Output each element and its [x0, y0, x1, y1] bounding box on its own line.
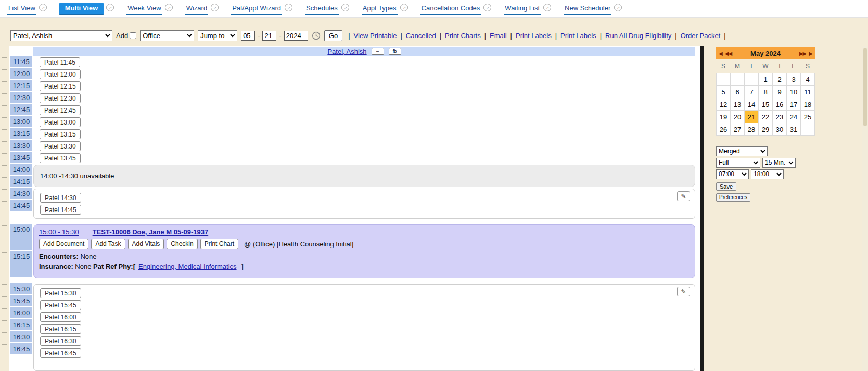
time-cell-14-45[interactable]: 14:45: [10, 200, 32, 211]
time-cell-15-15[interactable]: 15:15: [10, 251, 32, 277]
appt-action-add-task[interactable]: Add Task: [91, 239, 125, 249]
day-cell-10[interactable]: 10: [787, 85, 801, 98]
row-handle[interactable]: [2, 129, 7, 130]
row-handle[interactable]: [2, 252, 7, 253]
row-handle[interactable]: [2, 141, 7, 142]
toolbar-link-cancelled[interactable]: Cancelled: [406, 32, 436, 40]
appt-action-add-document[interactable]: Add Document: [39, 239, 88, 249]
edit-slot-button[interactable]: ✎: [677, 287, 690, 296]
view-mode-select[interactable]: Merged: [716, 146, 768, 156]
slot-button[interactable]: Patel 12:45: [40, 105, 81, 115]
time-cell-12-30[interactable]: 12:30: [10, 92, 32, 103]
day-cell-8[interactable]: 8: [759, 85, 773, 98]
tab-label-appt-types[interactable]: Appt Types: [362, 3, 398, 15]
slot-button[interactable]: Patel 16:15: [40, 324, 81, 334]
row-handle[interactable]: [2, 153, 7, 154]
day-cell-21[interactable]: 21: [745, 110, 759, 123]
appt-action-print-chart[interactable]: Print Chart: [200, 239, 238, 249]
interval-select[interactable]: 15 Min.: [762, 158, 796, 168]
row-handle[interactable]: [2, 165, 7, 166]
date-year-input[interactable]: [284, 31, 308, 41]
calendar-picker-clock-icon[interactable]: [312, 31, 321, 40]
day-cell-22[interactable]: 22: [759, 110, 773, 123]
slot-button[interactable]: Patel 15:45: [40, 300, 81, 310]
end-time-select[interactable]: 18:00: [751, 169, 784, 179]
slot-button[interactable]: Patel 13:30: [40, 141, 81, 151]
toolbar-link-run-all-drug-eligibility[interactable]: Run All Drug Eligibility: [605, 32, 671, 40]
slot-button[interactable]: Patel 14:30: [40, 193, 81, 203]
jump-to-select[interactable]: Jump to: [198, 30, 237, 41]
time-cell-12-15[interactable]: 12:15: [10, 80, 32, 91]
time-cell-14-15[interactable]: 14:15: [10, 176, 32, 187]
row-handle[interactable]: [2, 284, 7, 285]
start-time-select[interactable]: 07:00: [716, 169, 749, 179]
row-handle[interactable]: [2, 189, 7, 190]
preferences-button[interactable]: Preferences: [716, 193, 750, 202]
tab-popup-icon[interactable]: →: [285, 4, 292, 11]
row-handle[interactable]: [2, 332, 7, 333]
date-day-input[interactable]: [262, 31, 276, 41]
day-cell-16[interactable]: 16: [773, 98, 787, 110]
tab-popup-icon[interactable]: →: [211, 4, 219, 11]
row-handle[interactable]: [2, 320, 7, 321]
date-month-input[interactable]: [241, 31, 255, 41]
row-handle[interactable]: [2, 117, 7, 118]
day-cell-12[interactable]: 12: [717, 98, 731, 110]
appt-action-checkin[interactable]: Checkin: [167, 239, 197, 249]
zoom-select[interactable]: Full: [716, 158, 760, 168]
day-cell-9[interactable]: 9: [773, 85, 787, 98]
toolbar-link-view-printable[interactable]: View Printable: [354, 32, 397, 40]
tab-popup-icon[interactable]: →: [39, 4, 47, 11]
time-cell-13-45[interactable]: 13:45: [10, 152, 32, 163]
appt-action-add-vitals[interactable]: Add Vitals: [128, 239, 164, 249]
day-cell-4[interactable]: 4: [801, 73, 815, 85]
day-cell-13[interactable]: 13: [731, 98, 745, 110]
tab-popup-icon[interactable]: →: [400, 4, 408, 11]
row-handle[interactable]: [2, 93, 7, 94]
slot-button[interactable]: Patel 12:30: [40, 93, 81, 103]
facility-select[interactable]: Office: [140, 30, 194, 41]
patient-link[interactable]: TEST-10006 Doe, Jane M 05-09-1937: [93, 228, 209, 236]
tab-popup-icon[interactable]: →: [483, 4, 491, 11]
tab-popup-icon[interactable]: →: [543, 4, 551, 11]
slot-button[interactable]: Patel 13:15: [40, 129, 81, 139]
time-cell-13-15[interactable]: 13:15: [10, 128, 32, 139]
tab-popup-icon[interactable]: →: [341, 4, 349, 11]
toolbar-link-print-labels[interactable]: Print Labels: [560, 32, 596, 40]
day-cell-29[interactable]: 29: [759, 123, 773, 135]
toolbar-link-print-charts[interactable]: Print Charts: [445, 32, 481, 40]
save-button[interactable]: Save: [716, 182, 736, 191]
fast-prev-arrow[interactable]: ◀◀: [725, 51, 732, 56]
time-cell-15-45[interactable]: 15:45: [10, 295, 32, 306]
day-cell-19[interactable]: 19: [717, 110, 731, 123]
day-cell-15[interactable]: 15: [759, 98, 773, 110]
day-cell-25[interactable]: 25: [801, 110, 815, 123]
row-handle[interactable]: [2, 344, 7, 345]
add-checkbox[interactable]: [130, 32, 136, 39]
slot-button[interactable]: Patel 11:45: [40, 57, 80, 67]
tab-label-wizard[interactable]: Wizard: [185, 3, 208, 15]
day-cell-30[interactable]: 30: [773, 123, 787, 135]
scrollbar-thumb[interactable]: [863, 48, 867, 126]
page-scrollbar[interactable]: [862, 46, 868, 371]
row-handle[interactable]: [2, 69, 7, 70]
time-cell-16-45[interactable]: 16:45: [10, 343, 32, 354]
minimize-button[interactable]: –: [372, 48, 384, 55]
slot-button[interactable]: Patel 13:00: [40, 117, 81, 127]
slot-button[interactable]: Patel 15:30: [40, 288, 81, 298]
row-handle[interactable]: [2, 81, 7, 82]
edit-slot-button[interactable]: ✎: [677, 191, 690, 201]
day-cell-18[interactable]: 18: [801, 98, 815, 110]
slot-button[interactable]: Patel 16:30: [40, 336, 81, 346]
provider-select[interactable]: Patel, Ashish: [10, 30, 112, 41]
time-cell-14-30[interactable]: 14:30: [10, 188, 32, 199]
tab-popup-icon[interactable]: →: [614, 4, 622, 11]
day-cell-11[interactable]: 11: [801, 85, 815, 98]
tab-label-week-view[interactable]: Week View: [126, 3, 162, 15]
day-cell-20[interactable]: 20: [731, 110, 745, 123]
tab-label-schedules[interactable]: Schedules: [305, 3, 339, 15]
tab-label-pat-appt-wizard[interactable]: Pat/Appt Wizard: [231, 3, 282, 15]
row-handle[interactable]: [2, 225, 7, 226]
day-cell-2[interactable]: 2: [773, 73, 787, 85]
tab-label-multi-view[interactable]: Multi View: [59, 3, 104, 15]
